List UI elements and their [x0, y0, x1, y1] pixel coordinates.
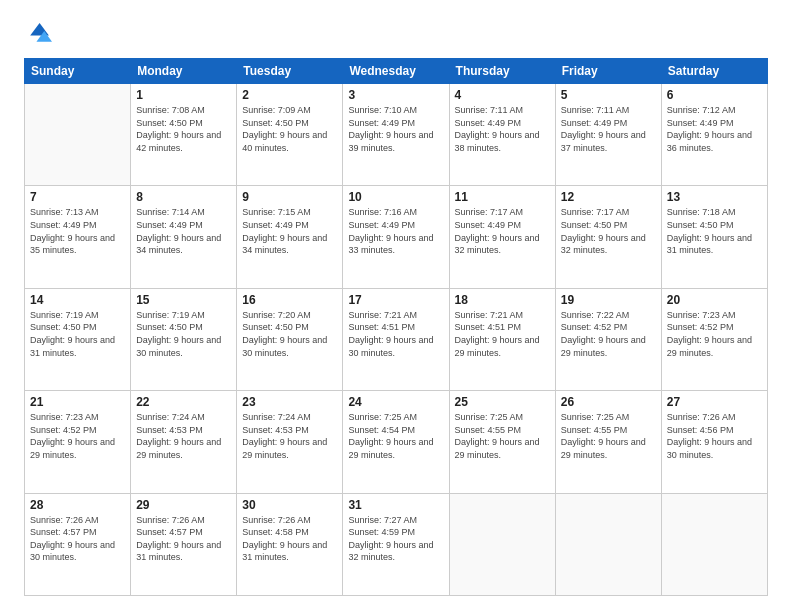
daylight-label: Daylight: 9 hours and 29 minutes. — [455, 437, 540, 460]
daylight-label: Daylight: 9 hours and 39 minutes. — [348, 130, 433, 153]
day-number: 17 — [348, 293, 443, 307]
day-info: Sunrise: 7:22 AMSunset: 4:52 PMDaylight:… — [561, 309, 656, 359]
weekday-header-saturday: Saturday — [661, 59, 767, 84]
weekday-header-monday: Monday — [131, 59, 237, 84]
day-info: Sunrise: 7:09 AMSunset: 4:50 PMDaylight:… — [242, 104, 337, 154]
calendar-cell: 16Sunrise: 7:20 AMSunset: 4:50 PMDayligh… — [237, 288, 343, 390]
daylight-label: Daylight: 9 hours and 30 minutes. — [136, 335, 221, 358]
sunset-label: Sunset: 4:49 PM — [455, 118, 522, 128]
calendar-cell — [449, 493, 555, 595]
sunset-label: Sunset: 4:52 PM — [30, 425, 97, 435]
daylight-label: Daylight: 9 hours and 29 minutes. — [561, 335, 646, 358]
day-number: 11 — [455, 190, 550, 204]
calendar-cell: 23Sunrise: 7:24 AMSunset: 4:53 PMDayligh… — [237, 391, 343, 493]
day-info: Sunrise: 7:10 AMSunset: 4:49 PMDaylight:… — [348, 104, 443, 154]
daylight-label: Daylight: 9 hours and 32 minutes. — [561, 233, 646, 256]
sunset-label: Sunset: 4:53 PM — [136, 425, 203, 435]
day-number: 30 — [242, 498, 337, 512]
sunrise-label: Sunrise: 7:20 AM — [242, 310, 311, 320]
sunset-label: Sunset: 4:50 PM — [242, 322, 309, 332]
day-number: 27 — [667, 395, 762, 409]
sunrise-label: Sunrise: 7:25 AM — [348, 412, 417, 422]
calendar-cell: 4Sunrise: 7:11 AMSunset: 4:49 PMDaylight… — [449, 84, 555, 186]
sunset-label: Sunset: 4:50 PM — [667, 220, 734, 230]
day-number: 18 — [455, 293, 550, 307]
sunset-label: Sunset: 4:50 PM — [30, 322, 97, 332]
calendar-cell: 15Sunrise: 7:19 AMSunset: 4:50 PMDayligh… — [131, 288, 237, 390]
sunrise-label: Sunrise: 7:09 AM — [242, 105, 311, 115]
calendar-cell: 9Sunrise: 7:15 AMSunset: 4:49 PMDaylight… — [237, 186, 343, 288]
day-info: Sunrise: 7:20 AMSunset: 4:50 PMDaylight:… — [242, 309, 337, 359]
daylight-label: Daylight: 9 hours and 31 minutes. — [136, 540, 221, 563]
daylight-label: Daylight: 9 hours and 29 minutes. — [30, 437, 115, 460]
day-number: 13 — [667, 190, 762, 204]
sunrise-label: Sunrise: 7:21 AM — [348, 310, 417, 320]
calendar-cell: 6Sunrise: 7:12 AMSunset: 4:49 PMDaylight… — [661, 84, 767, 186]
sunset-label: Sunset: 4:50 PM — [136, 322, 203, 332]
daylight-label: Daylight: 9 hours and 29 minutes. — [242, 437, 327, 460]
day-info: Sunrise: 7:12 AMSunset: 4:49 PMDaylight:… — [667, 104, 762, 154]
day-info: Sunrise: 7:11 AMSunset: 4:49 PMDaylight:… — [561, 104, 656, 154]
weekday-header-row: SundayMondayTuesdayWednesdayThursdayFrid… — [25, 59, 768, 84]
weekday-header-sunday: Sunday — [25, 59, 131, 84]
logo-icon — [24, 20, 52, 48]
calendar-cell: 31Sunrise: 7:27 AMSunset: 4:59 PMDayligh… — [343, 493, 449, 595]
day-number: 21 — [30, 395, 125, 409]
calendar-cell — [661, 493, 767, 595]
sunset-label: Sunset: 4:55 PM — [561, 425, 628, 435]
day-number: 24 — [348, 395, 443, 409]
day-info: Sunrise: 7:11 AMSunset: 4:49 PMDaylight:… — [455, 104, 550, 154]
day-number: 23 — [242, 395, 337, 409]
daylight-label: Daylight: 9 hours and 32 minutes. — [455, 233, 540, 256]
day-number: 4 — [455, 88, 550, 102]
sunset-label: Sunset: 4:50 PM — [561, 220, 628, 230]
daylight-label: Daylight: 9 hours and 32 minutes. — [348, 540, 433, 563]
sunrise-label: Sunrise: 7:08 AM — [136, 105, 205, 115]
calendar-cell: 24Sunrise: 7:25 AMSunset: 4:54 PMDayligh… — [343, 391, 449, 493]
sunset-label: Sunset: 4:58 PM — [242, 527, 309, 537]
day-number: 14 — [30, 293, 125, 307]
daylight-label: Daylight: 9 hours and 30 minutes. — [348, 335, 433, 358]
calendar-body: 1Sunrise: 7:08 AMSunset: 4:50 PMDaylight… — [25, 84, 768, 596]
day-info: Sunrise: 7:26 AMSunset: 4:57 PMDaylight:… — [30, 514, 125, 564]
day-number: 19 — [561, 293, 656, 307]
day-number: 16 — [242, 293, 337, 307]
calendar-cell: 5Sunrise: 7:11 AMSunset: 4:49 PMDaylight… — [555, 84, 661, 186]
calendar-cell: 18Sunrise: 7:21 AMSunset: 4:51 PMDayligh… — [449, 288, 555, 390]
sunset-label: Sunset: 4:49 PM — [136, 220, 203, 230]
sunrise-label: Sunrise: 7:10 AM — [348, 105, 417, 115]
day-number: 26 — [561, 395, 656, 409]
day-info: Sunrise: 7:26 AMSunset: 4:58 PMDaylight:… — [242, 514, 337, 564]
calendar-cell: 1Sunrise: 7:08 AMSunset: 4:50 PMDaylight… — [131, 84, 237, 186]
day-number: 20 — [667, 293, 762, 307]
daylight-label: Daylight: 9 hours and 29 minutes. — [136, 437, 221, 460]
daylight-label: Daylight: 9 hours and 34 minutes. — [136, 233, 221, 256]
day-info: Sunrise: 7:18 AMSunset: 4:50 PMDaylight:… — [667, 206, 762, 256]
calendar-cell: 25Sunrise: 7:25 AMSunset: 4:55 PMDayligh… — [449, 391, 555, 493]
week-row-3: 21Sunrise: 7:23 AMSunset: 4:52 PMDayligh… — [25, 391, 768, 493]
calendar-cell: 8Sunrise: 7:14 AMSunset: 4:49 PMDaylight… — [131, 186, 237, 288]
sunset-label: Sunset: 4:57 PM — [30, 527, 97, 537]
calendar-cell: 13Sunrise: 7:18 AMSunset: 4:50 PMDayligh… — [661, 186, 767, 288]
sunrise-label: Sunrise: 7:25 AM — [561, 412, 630, 422]
day-number: 8 — [136, 190, 231, 204]
daylight-label: Daylight: 9 hours and 33 minutes. — [348, 233, 433, 256]
day-number: 28 — [30, 498, 125, 512]
sunrise-label: Sunrise: 7:26 AM — [242, 515, 311, 525]
sunset-label: Sunset: 4:49 PM — [30, 220, 97, 230]
day-info: Sunrise: 7:21 AMSunset: 4:51 PMDaylight:… — [455, 309, 550, 359]
sunrise-label: Sunrise: 7:22 AM — [561, 310, 630, 320]
weekday-header-thursday: Thursday — [449, 59, 555, 84]
sunset-label: Sunset: 4:57 PM — [136, 527, 203, 537]
sunset-label: Sunset: 4:49 PM — [242, 220, 309, 230]
sunset-label: Sunset: 4:49 PM — [561, 118, 628, 128]
day-number: 7 — [30, 190, 125, 204]
weekday-header-friday: Friday — [555, 59, 661, 84]
calendar-table: SundayMondayTuesdayWednesdayThursdayFrid… — [24, 58, 768, 596]
day-info: Sunrise: 7:26 AMSunset: 4:57 PMDaylight:… — [136, 514, 231, 564]
calendar-cell: 12Sunrise: 7:17 AMSunset: 4:50 PMDayligh… — [555, 186, 661, 288]
daylight-label: Daylight: 9 hours and 34 minutes. — [242, 233, 327, 256]
sunset-label: Sunset: 4:52 PM — [667, 322, 734, 332]
day-number: 12 — [561, 190, 656, 204]
day-number: 5 — [561, 88, 656, 102]
